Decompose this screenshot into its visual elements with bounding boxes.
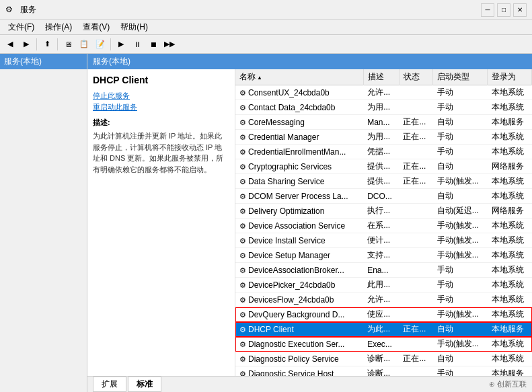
main-layout: 服务(本地) 服务(本地) DHCP Client 停止此服务 重启动此服务 描… bbox=[0, 54, 532, 392]
service-list-container[interactable]: 名称▲ 描述 状态 启动类型 登录为 ⚙ConsentUX_24cbda0b允许… bbox=[235, 69, 532, 376]
col-name[interactable]: 名称▲ bbox=[235, 69, 363, 85]
table-row[interactable]: ⚙Credential Manager为用...正在...手动本地系统 bbox=[235, 130, 532, 145]
left-pane-content bbox=[0, 69, 87, 392]
service-login: 本地系统 bbox=[488, 278, 532, 292]
service-name-text: DevicesFlow_24cbda0b bbox=[248, 295, 334, 305]
service-startup: 手动 bbox=[433, 292, 488, 307]
service-icon: ⚙ bbox=[239, 311, 246, 319]
title-bar-left: ⚙ 服务 bbox=[5, 4, 36, 15]
menu-view[interactable]: 查看(V) bbox=[77, 20, 115, 34]
table-row[interactable]: ⚙Device Install Service便计...手动(触发...本地系统 bbox=[235, 233, 532, 248]
service-name: ⚙Delivery Optimization bbox=[235, 204, 363, 219]
service-login: 本地系统 bbox=[488, 248, 532, 263]
service-startup: 手动 bbox=[433, 263, 488, 278]
service-startup: 自动 bbox=[433, 159, 488, 174]
table-header: 名称▲ 描述 状态 启动类型 登录为 bbox=[235, 69, 532, 85]
service-name-text: Device Install Service bbox=[248, 236, 326, 245]
table-row[interactable]: ⚙Diagnostic Policy Service诊断...正在...自动本地… bbox=[235, 352, 532, 366]
service-desc: Exec... bbox=[363, 337, 399, 352]
table-row[interactable]: ⚙CredentialEnrollmentMan...凭据...手动本地系统 bbox=[235, 145, 532, 159]
service-name-text: DevicePicker_24cbda0b bbox=[248, 280, 335, 290]
service-status: 正在... bbox=[399, 130, 432, 145]
maximize-button[interactable]: □ bbox=[497, 3, 510, 17]
service-login: 本地服务 bbox=[488, 322, 532, 337]
service-desc: 诊断... bbox=[363, 366, 399, 377]
service-icon: ⚙ bbox=[239, 178, 246, 186]
up-button[interactable]: ⬆ bbox=[40, 37, 54, 52]
pause-button[interactable]: ⏸ bbox=[130, 37, 145, 52]
service-startup: 手动 bbox=[433, 366, 488, 377]
service-icon: ⚙ bbox=[239, 266, 246, 274]
toolbar-sep-3 bbox=[110, 38, 111, 50]
minimize-button[interactable]: ─ bbox=[481, 3, 494, 17]
table-row[interactable]: ⚙Contact Data_24cbda0b为用...手动本地系统 bbox=[235, 100, 532, 115]
service-name-text: Data Sharing Service bbox=[248, 177, 324, 186]
table-row[interactable]: ⚙Diagnostic Service Host诊断...手动本地服务 bbox=[235, 366, 532, 377]
table-row[interactable]: ⚙DevicePicker_24cbda0b此用...手动本地系统 bbox=[235, 278, 532, 292]
restart-button[interactable]: ▶▶ bbox=[162, 37, 177, 52]
forward-button[interactable]: ▶ bbox=[19, 37, 34, 52]
table-row[interactable]: ⚙DevicesFlow_24cbda0b允许...手动本地系统 bbox=[235, 292, 532, 307]
table-row[interactable]: ⚙DeviceAssociationBroker...Ena...手动本地系统 bbox=[235, 263, 532, 278]
table-row[interactable]: ⚙Device Setup Manager支持...手动(触发...本地系统 bbox=[235, 248, 532, 263]
service-desc: 为用... bbox=[363, 130, 399, 145]
service-desc: Man... bbox=[363, 115, 399, 130]
table-row[interactable]: ⚙DHCP Client为此...正在...自动本地服务 bbox=[235, 322, 532, 337]
close-button[interactable]: ✕ bbox=[513, 3, 527, 17]
service-desc: 支持... bbox=[363, 248, 399, 263]
service-status bbox=[399, 233, 432, 248]
service-desc: 提供... bbox=[363, 159, 399, 174]
service-startup: 手动(触发... bbox=[433, 248, 488, 263]
table-row[interactable]: ⚙DevQuery Background D...使应...手动(触发...本地… bbox=[235, 307, 532, 322]
table-row[interactable]: ⚙Data Sharing Service提供...正在...手动(触发...本… bbox=[235, 174, 532, 189]
service-startup: 自动(延迟... bbox=[433, 204, 488, 219]
table-row[interactable]: ⚙Cryptographic Services提供...正在...自动网络服务 bbox=[235, 159, 532, 174]
service-login: 本地服务 bbox=[488, 115, 532, 130]
service-status: 正在... bbox=[399, 352, 432, 366]
service-icon: ⚙ bbox=[239, 207, 246, 215]
table-row[interactable]: ⚙CoreMessagingMan...正在...自动本地服务 bbox=[235, 115, 532, 130]
stop-button[interactable]: ⏹ bbox=[146, 37, 161, 52]
back-button[interactable]: ◀ bbox=[3, 37, 17, 52]
menu-action[interactable]: 操作(A) bbox=[40, 20, 77, 34]
col-login[interactable]: 登录为 bbox=[488, 69, 532, 85]
service-name-text: Device Setup Manager bbox=[248, 251, 330, 260]
service-detail-desc-title: 描述: bbox=[93, 118, 229, 128]
service-login: 本地系统 bbox=[488, 352, 532, 366]
col-startup[interactable]: 启动类型 bbox=[433, 69, 488, 85]
service-icon: ⚙ bbox=[239, 370, 246, 377]
menu-file[interactable]: 文件(F) bbox=[3, 20, 40, 34]
service-name-text: Device Association Service bbox=[248, 221, 345, 231]
service-name: ⚙Data Sharing Service bbox=[235, 174, 363, 189]
service-startup: 手动(触发... bbox=[433, 174, 488, 189]
service-status: 正在... bbox=[399, 159, 432, 174]
properties-button[interactable]: 📋 bbox=[77, 37, 91, 52]
left-pane: 服务(本地) bbox=[0, 54, 87, 392]
service-status bbox=[399, 366, 432, 377]
play-button[interactable]: ▶ bbox=[114, 37, 128, 52]
left-pane-header: 服务(本地) bbox=[0, 54, 87, 69]
stop-service-link[interactable]: 停止此服务 bbox=[93, 91, 229, 101]
service-desc: 便计... bbox=[363, 233, 399, 248]
table-row[interactable]: ⚙DCOM Server Process La...DCO...自动本地系统 bbox=[235, 189, 532, 204]
tab-expand[interactable]: 扩展 bbox=[93, 377, 126, 392]
service-table-body: ⚙ConsentUX_24cbda0b允许...手动本地系统⚙Contact D… bbox=[235, 85, 532, 377]
service-name: ⚙DCOM Server Process La... bbox=[235, 189, 363, 204]
table-row[interactable]: ⚙Delivery Optimization执行...自动(延迟...网络服务 bbox=[235, 204, 532, 219]
tab-standard[interactable]: 标准 bbox=[128, 377, 161, 392]
title-bar-controls: ─ □ ✕ bbox=[481, 3, 527, 17]
service-desc: 此用... bbox=[363, 278, 399, 292]
restart-service-link[interactable]: 重启动此服务 bbox=[93, 102, 229, 112]
table-row[interactable]: ⚙Device Association Service在系...手动(触发...… bbox=[235, 219, 532, 233]
table-row[interactable]: ⚙ConsentUX_24cbda0b允许...手动本地系统 bbox=[235, 85, 532, 100]
col-desc[interactable]: 描述 bbox=[363, 69, 399, 85]
service-startup: 手动 bbox=[433, 85, 488, 100]
table-row[interactable]: ⚙Diagnostic Execution Ser...Exec...手动(触发… bbox=[235, 337, 532, 352]
menu-help[interactable]: 帮助(H) bbox=[115, 20, 153, 34]
service-name: ⚙Device Association Service bbox=[235, 219, 363, 233]
show-hide-button[interactable]: 🖥 bbox=[61, 37, 75, 52]
export-button[interactable]: 📝 bbox=[93, 37, 108, 52]
service-icon: ⚙ bbox=[239, 281, 246, 289]
col-status[interactable]: 状态 bbox=[399, 69, 432, 85]
service-login: 本地系统 bbox=[488, 174, 532, 189]
